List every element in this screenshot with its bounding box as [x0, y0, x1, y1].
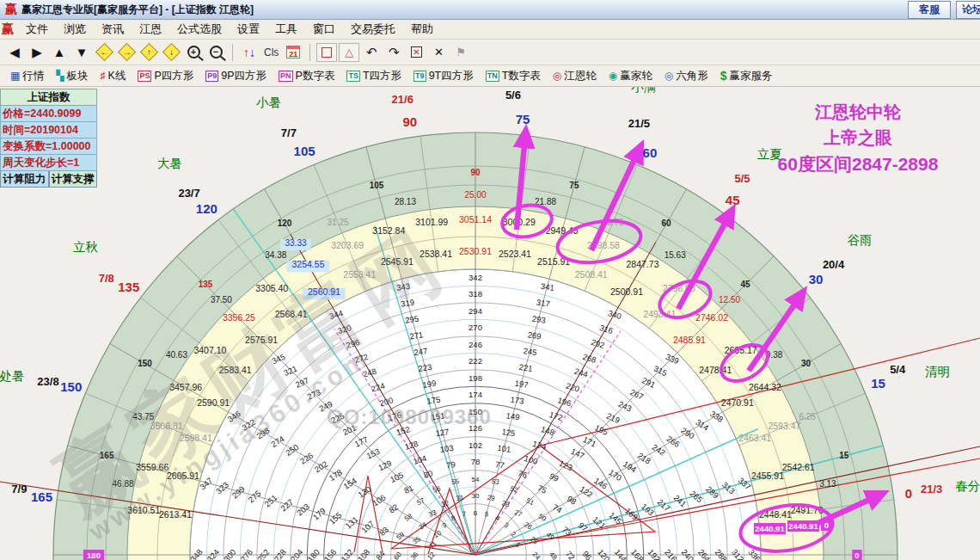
menu-item-8[interactable]: 交易委托: [343, 20, 403, 39]
forum-button[interactable]: 论坛: [956, 1, 980, 19]
kline-label: K线: [108, 69, 126, 83]
prev-button[interactable]: ◀: [4, 43, 25, 62]
date-label: 7/7: [281, 126, 297, 139]
view-gann-wheel-button[interactable]: ◎江恩轮: [547, 65, 603, 87]
view-p-square-button[interactable]: PSP四方形: [132, 65, 199, 87]
ring-integer-value: 245: [523, 346, 537, 357]
down-button[interactable]: ▼: [71, 43, 92, 62]
ring-price-inner-value: 2590.91: [197, 397, 230, 408]
calc-support-button[interactable]: 计算支撑: [49, 171, 98, 188]
pan-right-button[interactable]: →: [116, 43, 137, 62]
menu-item-1[interactable]: 浏览: [56, 20, 94, 39]
view-9t-square-button[interactable]: T99T四方形: [407, 65, 480, 87]
ring-degree-value: 90: [470, 168, 481, 177]
p-square-icon: PS: [138, 71, 151, 82]
ring-pct-value: 25.00: [464, 190, 486, 200]
collapse-tool-button[interactable]: ✕: [428, 43, 449, 62]
t-table-icon: TN: [486, 71, 499, 82]
view-p-table-button[interactable]: PNP数字表: [273, 65, 340, 87]
pan-up-button[interactable]: ↑: [138, 43, 159, 62]
menu-item-7[interactable]: 窗口: [305, 20, 343, 39]
ring-degree-value: 30: [801, 359, 812, 368]
view-quote-button[interactable]: ▦行情: [4, 65, 50, 87]
view-hexagon-button[interactable]: ◎六角形: [658, 65, 714, 87]
ring-price-inner-value: 2463.41: [738, 433, 771, 443]
menu-item-6[interactable]: 工具: [267, 20, 305, 39]
menu-item-2[interactable]: 资讯: [94, 20, 132, 39]
menu-item-3[interactable]: 江恩: [132, 20, 169, 39]
flag-tool-button[interactable]: ⚑: [450, 43, 471, 62]
square-tool-button[interactable]: [316, 43, 337, 62]
degree-label: 135: [118, 280, 139, 294]
rotate-cw-button[interactable]: ↷: [383, 43, 404, 62]
9t-square-label: 9T四方形: [429, 69, 474, 83]
menu-item-4[interactable]: 公式选股: [169, 20, 230, 39]
view-sectors-button[interactable]: ▚板块: [50, 65, 94, 87]
ring-price-outer-value: 3356.25: [223, 312, 255, 323]
menu-item-5[interactable]: 设置: [230, 20, 267, 39]
cls-button[interactable]: Cls: [261, 46, 281, 58]
ring-integer-value: 246: [469, 340, 482, 349]
p-square-label: P四方形: [154, 69, 193, 83]
updown-button[interactable]: ↑↓: [239, 43, 260, 62]
annotation-line-1: 江恩轮中轮: [741, 99, 975, 125]
panel-row-1: 时间=20190104: [0, 122, 97, 138]
menu-item-0[interactable]: 文件: [18, 20, 56, 39]
ring-integer-value: 197: [514, 378, 529, 390]
customer-service-button[interactable]: 客服: [908, 1, 951, 19]
date-label: 21/3: [921, 483, 942, 495]
view-9p-square-button[interactable]: P99P四方形: [199, 65, 273, 87]
ring-price-outer-value: 2746.02: [695, 312, 728, 323]
winner-service-icon: $: [720, 69, 727, 83]
date-label: 7/9: [11, 483, 27, 495]
next-button[interactable]: ▶: [27, 43, 47, 62]
ring-pct-value: 31.25: [328, 218, 349, 227]
pan-left-button[interactable]: ←: [94, 43, 114, 62]
pan-down-button[interactable]: ↓: [161, 43, 181, 62]
p-table-icon: PN: [279, 71, 293, 82]
view-winner-wheel-button[interactable]: ◉赢家轮: [603, 65, 658, 87]
date-label: 5/6: [505, 89, 521, 102]
menu-item-9[interactable]: 帮助: [403, 20, 441, 39]
calendar-button[interactable]: 21: [283, 43, 303, 62]
ring-price-inner-value: 2553.41: [343, 269, 376, 280]
ring-degree-value: 45: [740, 280, 750, 289]
rotate-ccw-button[interactable]: ↶: [361, 43, 382, 62]
solar-term-label: 小暑: [256, 95, 281, 109]
zoom-out-button[interactable]: −: [205, 43, 226, 62]
solar-term-label: 立秋: [73, 240, 98, 254]
solar-term-label: 谷雨: [848, 233, 873, 247]
view-kline-button[interactable]: ♯K线: [95, 65, 132, 87]
ring-integer-value: 125: [501, 427, 516, 438]
view-t-square-button[interactable]: TST四方形: [340, 65, 407, 87]
ring-integer-value: 319: [401, 298, 415, 309]
degree-label: 60: [643, 145, 658, 160]
winner-wheel-label: 赢家轮: [620, 69, 652, 83]
quote-label: 行情: [22, 69, 44, 83]
degree-label: 75: [516, 112, 530, 126]
ring-pct-value: 28.13: [395, 197, 416, 206]
xbox-tool-button[interactable]: ✕: [406, 43, 426, 62]
view-winner-service-button[interactable]: $赢家服务: [714, 65, 779, 87]
ring-integer-value: 149: [505, 410, 520, 422]
ring-pct-value: 3.13: [819, 479, 836, 489]
solar-term-label: 清明: [925, 365, 950, 378]
view-t-table-button[interactable]: TNT数字表: [480, 65, 547, 87]
t-square-icon: TS: [346, 71, 360, 82]
calc-resistance-button[interactable]: 计算阻力: [0, 171, 49, 188]
zoom-in-button[interactable]: +: [183, 43, 204, 62]
gann-wheel-chart-area[interactable]: 01530456075901051201351501651803.136.259…: [0, 87, 980, 560]
menu-logo-icon: 赢: [2, 22, 14, 37]
ring-degree-value: 180: [87, 551, 101, 560]
winner-service-label: 赢家服务: [730, 69, 773, 83]
ring-degree-value: 120: [278, 218, 292, 228]
ring-pct-value: 37.50: [211, 295, 232, 305]
ring-integer-value: 173: [510, 395, 524, 406]
ring-price-outer-value: 2593.47: [768, 421, 800, 431]
triangle-tool-button[interactable]: △: [339, 43, 359, 62]
ring-integer-value: 102: [469, 440, 482, 450]
date-label: 20/4: [823, 258, 845, 271]
ring-degree-value: 105: [370, 181, 384, 190]
ring-degree-value: 60: [661, 218, 671, 228]
up-button[interactable]: ▲: [49, 43, 70, 62]
